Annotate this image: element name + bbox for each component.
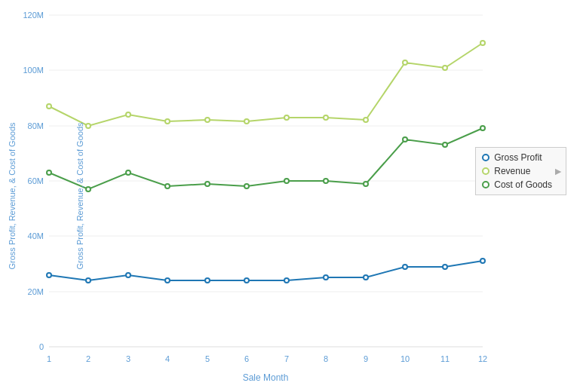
svg-point-30 [126, 112, 130, 117]
svg-point-49 [403, 137, 407, 142]
svg-point-45 [244, 184, 249, 188]
legend-item-gross-profit: Gross Profit [482, 152, 552, 163]
legend-label-cost-of-goods: Cost of Goods [494, 179, 552, 190]
svg-point-54 [126, 273, 130, 277]
svg-text:100M: 100M [23, 66, 44, 75]
chart-svg: 0 20M 40M 60M 80M 100M 120M 1 2 3 4 5 6 … [0, 0, 580, 392]
svg-text:5: 5 [205, 354, 210, 363]
legend-dot-gross-profit [482, 154, 489, 161]
svg-point-50 [443, 142, 447, 147]
svg-text:Gross Profit, Revenue, & Cost : Gross Profit, Revenue, & Cost of Goods [8, 122, 17, 270]
svg-text:11: 11 [440, 354, 450, 363]
svg-point-58 [284, 278, 289, 283]
svg-text:80M: 80M [28, 121, 44, 130]
svg-point-34 [284, 115, 289, 120]
svg-text:60M: 60M [28, 176, 44, 185]
svg-text:20M: 20M [28, 287, 44, 296]
svg-point-39 [480, 41, 485, 45]
svg-text:0: 0 [39, 342, 44, 351]
svg-point-28 [47, 104, 51, 109]
svg-point-60 [364, 275, 368, 280]
svg-point-37 [403, 60, 407, 65]
svg-point-46 [284, 179, 289, 183]
y-axis-label: Gross Profit, Revenue, & Cost of Goods [75, 122, 84, 269]
legend-scroll-indicator: ► [553, 166, 563, 176]
svg-point-55 [165, 278, 170, 283]
svg-point-59 [324, 275, 328, 280]
legend-item-cost-of-goods: Cost of Goods [482, 179, 552, 190]
svg-text:3: 3 [126, 354, 130, 363]
svg-text:120M: 120M [23, 11, 44, 20]
svg-text:9: 9 [364, 354, 368, 363]
svg-point-41 [86, 187, 91, 191]
svg-point-40 [47, 170, 51, 175]
svg-text:2: 2 [86, 354, 91, 363]
chart-container: Gross Profit, Revenue, & Cost of Goods 0… [0, 0, 580, 392]
svg-point-44 [205, 182, 210, 186]
svg-point-42 [126, 170, 130, 175]
chart-legend: ► Gross Profit Revenue Cost of Goods [475, 147, 566, 195]
svg-text:Sale Month: Sale Month [243, 372, 289, 383]
svg-text:12: 12 [478, 354, 487, 363]
svg-point-33 [244, 119, 249, 124]
svg-point-38 [443, 66, 447, 70]
svg-point-35 [324, 115, 328, 120]
revenue-line [49, 43, 483, 126]
legend-dot-revenue [482, 167, 489, 175]
svg-point-51 [480, 126, 485, 130]
legend-label-gross-profit: Gross Profit [494, 152, 542, 163]
svg-point-48 [364, 182, 368, 186]
legend-dot-cost-of-goods [482, 181, 489, 188]
svg-point-62 [443, 265, 447, 269]
svg-point-31 [165, 119, 170, 124]
svg-point-57 [244, 278, 249, 283]
legend-label-revenue: Revenue [494, 166, 530, 176]
svg-point-61 [403, 265, 407, 269]
svg-text:40M: 40M [28, 231, 44, 240]
legend-item-revenue: Revenue [482, 166, 552, 176]
svg-point-36 [364, 118, 368, 122]
svg-text:7: 7 [284, 354, 289, 363]
svg-text:6: 6 [244, 354, 249, 363]
svg-point-53 [86, 278, 91, 283]
svg-text:8: 8 [324, 354, 328, 363]
svg-point-47 [324, 179, 328, 183]
svg-point-56 [205, 278, 210, 283]
cost-of-goods-line [49, 128, 483, 189]
svg-text:1: 1 [47, 354, 51, 363]
svg-point-63 [480, 259, 485, 263]
svg-point-32 [205, 118, 210, 122]
svg-text:10: 10 [400, 354, 410, 363]
svg-text:4: 4 [165, 354, 170, 363]
svg-point-29 [86, 124, 91, 128]
svg-point-43 [165, 184, 170, 188]
svg-point-52 [47, 273, 51, 277]
gross-profit-line [49, 261, 483, 280]
